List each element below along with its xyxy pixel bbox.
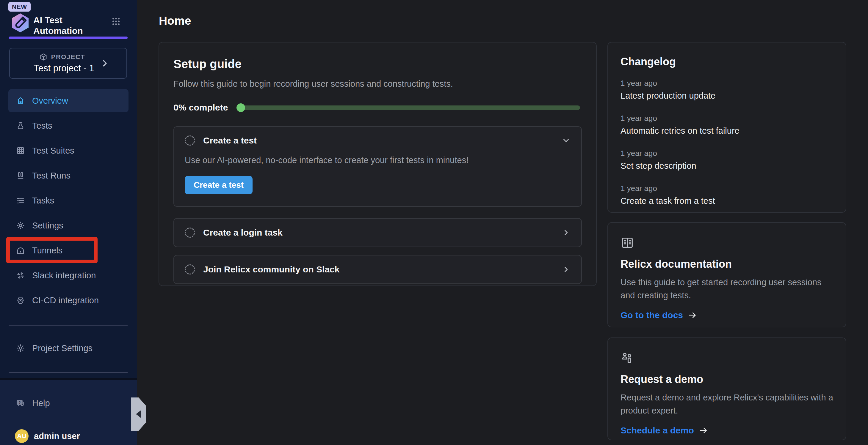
sidebar-item-label: Tunnels — [32, 246, 62, 255]
new-badge: NEW — [8, 2, 31, 11]
user-menu[interactable]: AU admin user — [15, 429, 80, 443]
task-list-icon — [16, 196, 25, 205]
sidebar-item-label: Overview — [32, 96, 68, 106]
incomplete-step-icon — [185, 228, 195, 238]
setup-progress: 0% complete — [174, 102, 582, 112]
chevron-right-icon — [100, 59, 109, 68]
sidebar-item-project-settings[interactable]: Project Settings — [8, 337, 128, 360]
arrow-right-icon — [699, 426, 708, 435]
link-label: Go to the docs — [621, 310, 683, 320]
arrow-right-icon — [688, 310, 697, 320]
sidebar-item-label: Tests — [32, 121, 52, 131]
changelog-time: 1 year ago — [621, 79, 833, 88]
columns-icon — [16, 171, 25, 180]
gear-icon — [16, 221, 25, 230]
changelog-entry-title[interactable]: Create a task from a test — [621, 196, 833, 206]
brand-accent-divider — [9, 37, 128, 39]
setup-guide-subtitle: Follow this guide to begin recording use… — [174, 79, 582, 89]
sidebar-item-overview[interactable]: Overview — [8, 89, 128, 112]
changelog-entry-title[interactable]: Latest production update — [621, 91, 833, 101]
infinity-hexagon-icon — [16, 296, 25, 305]
sidebar-item-tasks[interactable]: Tasks — [8, 189, 128, 212]
package-icon — [39, 53, 48, 61]
progress-label: 0% complete — [174, 102, 228, 112]
schedule-demo-link[interactable]: Schedule a demo — [621, 425, 833, 436]
sidebar-item-label: Test Suites — [32, 146, 74, 156]
grid-table-icon — [16, 146, 25, 155]
changelog-time: 1 year ago — [621, 149, 833, 158]
project-label: PROJECT — [51, 53, 85, 61]
app-title: AI Test Automation — [33, 15, 102, 36]
sidebar-item-settings[interactable]: Settings — [8, 214, 128, 237]
go-to-docs-link[interactable]: Go to the docs — [621, 310, 833, 320]
chevron-right-icon — [562, 265, 570, 274]
book-icon — [621, 236, 634, 249]
sidebar-item-help[interactable]: ? Help — [8, 391, 128, 415]
sidebar-item-label: Slack integration — [32, 271, 96, 280]
setup-guide-card: Setup guide Follow this guide to begin r… — [159, 42, 597, 286]
setup-step-create-login-task[interactable]: Create a login task — [174, 218, 582, 247]
sidebar-nav: Overview Tests Test Suites Test Runs — [8, 89, 128, 314]
sidebar-item-tunnels[interactable]: Tunnels — [8, 239, 128, 262]
request-demo-description: Request a demo and explore Relicx's capa… — [621, 391, 833, 417]
gear-icon — [16, 344, 25, 353]
slack-icon — [16, 271, 25, 280]
user-name: admin user — [34, 431, 80, 441]
project-selector[interactable]: PROJECT Test project - 1 — [9, 48, 127, 79]
sidebar-item-tests[interactable]: Tests — [8, 114, 128, 137]
documentation-title: Relicx documentation — [621, 258, 833, 270]
sidebar-item-test-runs[interactable]: Test Runs — [8, 164, 128, 187]
changelog-time: 1 year ago — [621, 114, 833, 123]
progress-knob — [237, 103, 245, 112]
chevron-down-icon — [562, 136, 570, 145]
setup-step-join-slack[interactable]: Join Relicx community on Slack — [174, 255, 582, 284]
flask-icon — [16, 121, 25, 130]
people-icon — [621, 351, 634, 365]
sidebar-collapse-handle[interactable] — [131, 398, 146, 431]
setup-guide-title: Setup guide — [174, 57, 582, 71]
request-demo-title: Request a demo — [621, 373, 833, 385]
changelog-entry: 1 year ago Automatic retries on test fai… — [621, 114, 833, 136]
step-title: Create a login task — [203, 228, 283, 238]
chevron-right-icon — [562, 228, 570, 237]
sidebar-item-label: Settings — [32, 221, 63, 231]
svg-text:?: ? — [19, 401, 21, 404]
setup-step-create-test: Create a test Use our AI-powered, no-cod… — [174, 126, 582, 207]
sidebar-divider — [9, 372, 128, 373]
changelog-time: 1 year ago — [621, 184, 833, 193]
sidebar-item-test-suites[interactable]: Test Suites — [8, 139, 128, 162]
sidebar-item-label: Project Settings — [32, 343, 93, 353]
sidebar-item-label: Help — [32, 398, 50, 408]
tunnel-icon — [16, 246, 25, 255]
page-title: Home — [159, 14, 191, 27]
home-icon — [16, 96, 25, 105]
sidebar: NEW AI Test Automation PROJECT — [0, 0, 137, 445]
help-chat-icon: ? — [16, 399, 25, 408]
documentation-card: Relicx documentation Use this guide to g… — [608, 222, 846, 328]
progress-bar — [237, 105, 580, 110]
sidebar-item-cicd-integration[interactable]: CI-CD integration — [8, 289, 128, 312]
changelog-entry-title[interactable]: Set step description — [621, 161, 833, 171]
request-demo-card: Request a demo Request a demo and explor… — [608, 338, 846, 440]
changelog-entry: 1 year ago Create a task from a test — [621, 184, 833, 206]
changelog-title: Changelog — [621, 56, 833, 68]
incomplete-step-icon — [185, 135, 195, 145]
user-avatar: AU — [15, 429, 29, 443]
changelog-entry: 1 year ago Set step description — [621, 149, 833, 171]
sidebar-item-label: Tasks — [32, 196, 54, 206]
sidebar-item-slack-integration[interactable]: Slack integration — [8, 264, 128, 287]
setup-step-header[interactable]: Create a test — [185, 127, 570, 154]
documentation-description: Use this guide to get started recording … — [621, 276, 833, 302]
sidebar-item-label: CI-CD integration — [32, 296, 99, 305]
project-name: Test project - 1 — [34, 63, 94, 74]
changelog-entry-title[interactable]: Automatic retries on test failure — [621, 126, 833, 136]
app-logo-icon — [10, 13, 31, 33]
app-switcher-icon[interactable] — [111, 16, 121, 26]
changelog-card: Changelog 1 year ago Latest production u… — [608, 42, 846, 213]
sidebar-bottom-section: ? Help AU admin user — [0, 378, 137, 445]
step-description: Use our AI-powered, no-code interface to… — [185, 156, 570, 165]
app-screen: NEW AI Test Automation PROJECT — [0, 0, 868, 445]
link-label: Schedule a demo — [621, 425, 694, 436]
create-test-button[interactable]: Create a test — [185, 176, 252, 194]
changelog-entry: 1 year ago Latest production update — [621, 79, 833, 101]
